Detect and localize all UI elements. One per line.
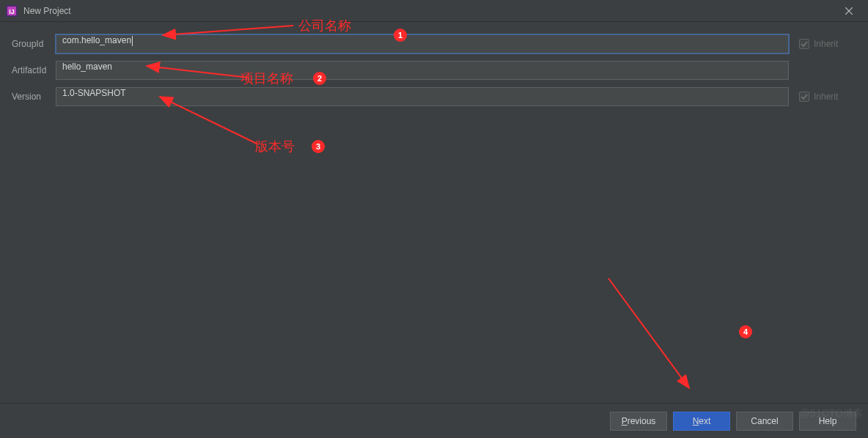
label-groupid: GroupId	[12, 39, 56, 49]
next-button[interactable]: Next	[673, 412, 730, 431]
input-groupid-value: com.hello_maven	[62, 35, 131, 45]
inherit-label: Inherit	[814, 39, 838, 49]
titlebar: IJ New Project	[0, 0, 868, 22]
row-groupid: GroupId com.hello_maven Inherit	[12, 31, 856, 57]
svg-text:IJ: IJ	[9, 8, 15, 15]
annotation-badge-3: 3	[312, 140, 325, 153]
checkbox-icon	[799, 39, 809, 49]
label-version: Version	[12, 92, 56, 102]
label-artifactid: ArtifactId	[12, 65, 56, 75]
previous-button[interactable]: Previous	[610, 412, 667, 431]
dialog-title: New Project	[23, 6, 71, 16]
dialog-footer: Previous Next Cancel Help	[0, 403, 868, 438]
input-version[interactable]: 1.0-SNAPSHOT	[56, 87, 789, 106]
app-icon: IJ	[6, 5, 18, 17]
annotation-badge-4: 4	[739, 325, 752, 338]
input-version-value: 1.0-SNAPSHOT	[62, 88, 126, 98]
input-groupid[interactable]: com.hello_maven	[56, 34, 789, 53]
checkbox-icon	[799, 92, 809, 102]
help-button[interactable]: Help	[799, 412, 856, 431]
svg-line-9	[608, 278, 689, 388]
form-content: GroupId com.hello_maven Inherit Artifact…	[0, 22, 868, 110]
input-artifactid-value: hello_maven	[62, 62, 112, 72]
input-artifactid[interactable]: hello_maven	[56, 61, 789, 80]
annotation-text-3: 版本号	[255, 138, 295, 155]
row-artifactid: ArtifactId hello_maven	[12, 57, 856, 83]
text-caret	[132, 36, 133, 46]
close-icon[interactable]	[836, 1, 862, 21]
new-project-dialog: IJ New Project GroupId com.hello_maven I…	[0, 0, 868, 438]
cancel-button[interactable]: Cancel	[736, 412, 793, 431]
row-version: Version 1.0-SNAPSHOT Inherit	[12, 83, 856, 110]
inherit-version[interactable]: Inherit	[799, 92, 856, 102]
inherit-groupid[interactable]: Inherit	[799, 39, 856, 49]
inherit-label: Inherit	[814, 92, 838, 102]
